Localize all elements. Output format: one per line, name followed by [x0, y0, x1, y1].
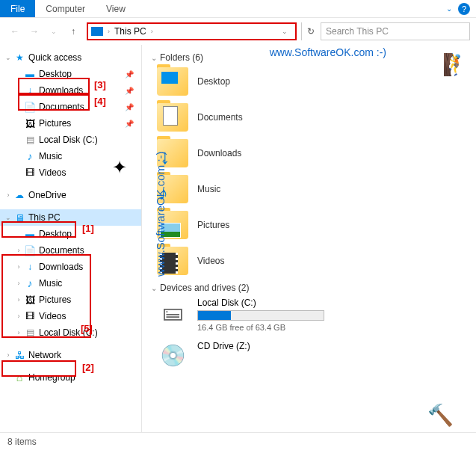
tree-label: Downloads	[39, 262, 83, 272]
breadcrumb-thispc[interactable]: This PC	[111, 26, 149, 37]
refresh-button[interactable]: ↻	[301, 22, 319, 40]
menu-view[interactable]: View	[96, 1, 136, 17]
chevron-right-icon[interactable]: ›	[13, 263, 24, 271]
tree-label: Network	[28, 350, 61, 360]
sidebar-item-pictures[interactable]: Pictures 📌	[0, 115, 141, 132]
sidebar-item-documents[interactable]: Documents 📌	[0, 99, 141, 115]
menu-file[interactable]: File	[0, 0, 35, 17]
recent-dropdown-icon[interactable]: ⌄	[45, 22, 63, 40]
menu-computer[interactable]: Computer	[35, 1, 96, 17]
ribbon-expand-icon[interactable]: ⌄	[446, 4, 452, 13]
menu-bar: File Computer View ⌄ ?	[0, 0, 476, 18]
folder-label: Downloads	[197, 148, 241, 158]
desktop-icon	[24, 68, 36, 80]
sidebar-item-thispc[interactable]: ⌄ This PC	[0, 209, 141, 226]
sidebar-item-localdisk[interactable]: Local Disk (C:)	[0, 132, 141, 148]
address-dropdown-icon[interactable]: ⌄	[277, 28, 292, 35]
chevron-right-icon[interactable]: ›	[3, 191, 13, 199]
folder-icon	[157, 247, 188, 275]
music-icon	[24, 277, 36, 289]
drive-usage-fill	[198, 311, 231, 320]
folder-icon: ↓	[157, 139, 188, 167]
chevron-right-icon[interactable]: ›	[13, 280, 24, 287]
folder-item-pictures[interactable]: Pictures	[151, 211, 467, 239]
sidebar-item-pc-videos[interactable]: › Videos	[0, 308, 141, 324]
tree-label: Documents	[39, 102, 84, 112]
sidebar-item-pc-pictures[interactable]: › Pictures	[0, 292, 141, 308]
main-area: ⌄ Quick access Desktop 📌 Downloads 📌 Doc…	[0, 45, 476, 432]
chevron-right-icon[interactable]: ›	[3, 351, 13, 359]
sidebar-item-videos[interactable]: Videos	[0, 164, 141, 181]
search-input[interactable]: Search This PC	[321, 22, 470, 40]
sidebar-item-pc-documents[interactable]: › Documents	[0, 242, 141, 259]
pin-icon: 📌	[125, 103, 134, 111]
sidebar-item-desktop[interactable]: Desktop 📌	[0, 66, 141, 82]
download-icon	[24, 84, 36, 96]
folder-label: Music	[197, 184, 220, 194]
drive-item-localdisk[interactable]: 🖴 Local Disk (C:) 16.4 GB free of 63.4 G…	[151, 298, 467, 332]
sidebar-item-pc-downloads[interactable]: › Downloads	[0, 259, 141, 275]
navigation-pane: ⌄ Quick access Desktop 📌 Downloads 📌 Doc…	[0, 45, 142, 432]
chevron-right-icon[interactable]: ›	[13, 247, 24, 254]
sidebar-item-pc-music[interactable]: › Music	[0, 275, 141, 292]
back-button[interactable]: ←	[6, 22, 24, 40]
sidebar-item-onedrive[interactable]: › OneDrive	[0, 187, 141, 203]
help-icon[interactable]: ?	[458, 3, 470, 15]
search-placeholder: Search This PC	[326, 26, 389, 37]
sidebar-item-music[interactable]: Music	[0, 148, 141, 164]
sidebar-item-network[interactable]: › Network	[0, 347, 141, 363]
chevron-down-icon[interactable]: ⌄	[151, 284, 157, 292]
folder-item-desktop[interactable]: Desktop	[151, 67, 467, 96]
chevron-down-icon[interactable]: ⌄	[3, 214, 13, 221]
chevron-right-icon[interactable]: ›	[13, 329, 24, 336]
tree-label: Downloads	[39, 85, 83, 96]
sidebar-item-pc-desktop[interactable]: Desktop	[0, 226, 141, 242]
pictures-icon	[24, 117, 36, 129]
drive-item-cd[interactable]: 💿 CD Drive (Z:)	[151, 341, 467, 369]
pictures-icon	[24, 294, 36, 306]
pin-icon: 📌	[125, 120, 134, 128]
network-icon	[13, 349, 25, 361]
disk-icon	[24, 134, 36, 146]
sidebar-item-pc-localdisk[interactable]: › Local Disk (C:)	[0, 324, 141, 341]
chevron-down-icon[interactable]: ⌄	[151, 54, 157, 62]
folder-label: Pictures	[197, 220, 229, 230]
document-icon	[24, 244, 36, 256]
sidebar-item-downloads[interactable]: Downloads 📌	[0, 82, 141, 99]
video-icon	[24, 310, 36, 322]
address-bar[interactable]: › This PC › ⌄	[87, 22, 297, 40]
chevron-right-icon[interactable]: ›	[13, 296, 24, 303]
chevron-right-icon[interactable]: ›	[108, 28, 110, 35]
folder-item-documents[interactable]: Documents	[151, 103, 467, 132]
music-overlay-icon: ♪	[158, 182, 168, 205]
chevron-down-icon[interactable]: ⌄	[3, 54, 13, 61]
pc-icon	[91, 27, 103, 36]
drive-subtext: 16.4 GB free of 63.4 GB	[197, 323, 467, 332]
tree-label: This PC	[28, 212, 61, 223]
tree-label: Homegroup	[28, 372, 75, 383]
forward-button[interactable]: →	[25, 22, 43, 40]
folder-label: Videos	[197, 256, 224, 266]
group-header-drives[interactable]: ⌄ Devices and drives (2)	[151, 283, 467, 293]
sidebar-item-quickaccess[interactable]: ⌄ Quick access	[0, 49, 141, 66]
tree-label: Pictures	[39, 295, 71, 305]
disk-drive-icon: 🖴	[157, 298, 188, 326]
content-pane[interactable]: ⌄ Folders (6) Desktop Documents ↓ Downlo…	[142, 45, 476, 432]
folder-item-downloads[interactable]: ↓ Downloads	[151, 139, 467, 167]
folder-icon	[157, 103, 188, 132]
chevron-right-icon[interactable]: ›	[151, 28, 153, 35]
nav-toolbar: ← → ⌄ ↑ › This PC › ⌄ ↻ Search This PC	[0, 18, 476, 45]
tree-label: Quick access	[28, 52, 81, 63]
folder-item-music[interactable]: ♪ Music	[151, 175, 467, 203]
folder-item-videos[interactable]: Videos	[151, 247, 467, 275]
pin-icon: 📌	[125, 70, 134, 78]
pin-icon: 📌	[125, 87, 134, 95]
star-icon	[13, 52, 25, 64]
chevron-right-icon[interactable]: ›	[13, 312, 24, 320]
up-button[interactable]: ↑	[64, 22, 82, 40]
folder-label: Desktop	[197, 76, 230, 87]
drive-label: Local Disk (C:)	[197, 298, 467, 308]
status-bar: 8 items	[0, 432, 476, 450]
sidebar-item-homegroup[interactable]: Homegroup	[0, 369, 141, 386]
group-header-folders[interactable]: ⌄ Folders (6)	[151, 52, 467, 63]
